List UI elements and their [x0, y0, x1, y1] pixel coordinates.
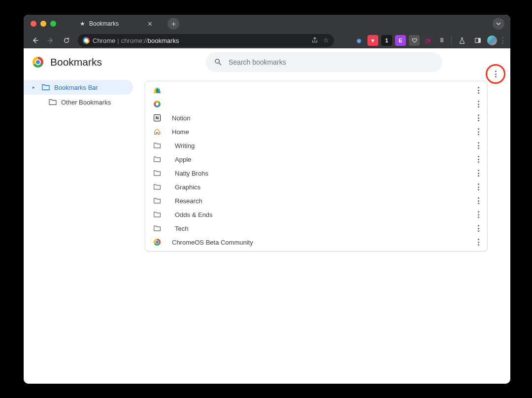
minimize-window-button[interactable]	[40, 21, 46, 27]
toolbar: Chrome | chrome://bookmarks ☆ ◉▾1E🛡◔⠿	[24, 33, 510, 48]
bookmark-folder[interactable]: Odds & Ends	[145, 208, 487, 221]
bookmark-folder[interactable]: Apple	[145, 152, 487, 166]
sidepanel-button[interactable]	[471, 34, 484, 47]
kebab-icon	[478, 197, 479, 204]
bookmark-item[interactable]: ChromeOS Beta Community	[145, 235, 487, 249]
bookmarks-list: NNotionHomeWritingAppleNatty BrohsGraphi…	[145, 81, 488, 252]
arrow-right-icon	[47, 36, 55, 44]
bookmark-item[interactable]: Home	[145, 125, 487, 139]
ext-globe[interactable]: ◉	[354, 35, 365, 46]
kebab-icon	[478, 114, 479, 121]
bookmark-more-button[interactable]	[475, 168, 482, 179]
ext-pocket[interactable]: ▾	[367, 35, 378, 46]
kebab-icon	[478, 225, 479, 232]
folder-icon	[153, 197, 161, 204]
bookmark-label: Graphics	[175, 183, 475, 191]
bookmark-label: ChromeOS Beta Community	[172, 239, 475, 246]
back-button[interactable]	[29, 34, 41, 47]
svg-rect-1	[478, 38, 480, 43]
bookmark-more-button[interactable]	[475, 126, 482, 137]
ext-misc1[interactable]: ◔	[423, 35, 433, 46]
bookmark-folder[interactable]: Graphics	[145, 180, 487, 194]
bookmark-more-button[interactable]	[475, 237, 482, 248]
folder-icon	[153, 183, 161, 190]
url-protocol: Chrome	[93, 37, 115, 44]
bookmark-label: Odds & Ends	[175, 211, 475, 218]
sidebar-item-other-bookmarks[interactable]: Other Bookmarks	[24, 95, 133, 109]
url-path: chrome://	[121, 37, 148, 44]
sidebar: ▸Bookmarks BarOther Bookmarks	[24, 76, 145, 384]
chrome-menu-button[interactable]	[500, 37, 505, 44]
kebab-icon	[478, 183, 479, 190]
folder-icon	[153, 169, 161, 177]
sidebar-item-bookmarks-bar[interactable]: ▸Bookmarks Bar	[24, 80, 133, 95]
close-window-button[interactable]	[31, 21, 36, 27]
extensions-area: ◉▾1E🛡◔⠿	[354, 35, 447, 46]
bookmark-more-button[interactable]	[475, 181, 482, 192]
search-input[interactable]	[229, 58, 434, 66]
share-icon[interactable]	[311, 36, 318, 45]
kebab-icon	[478, 170, 479, 177]
browser-tab[interactable]: ★ Bookmarks ✕	[74, 15, 159, 33]
chrome-icon	[83, 37, 90, 44]
kebab-icon	[478, 101, 479, 108]
reload-icon	[63, 37, 70, 44]
bookmark-label: Writing	[175, 142, 475, 149]
new-tab-button[interactable]: ＋	[167, 18, 179, 30]
close-tab-button[interactable]: ✕	[147, 20, 153, 28]
organize-menu-button[interactable]	[487, 65, 504, 83]
forward-button[interactable]	[44, 34, 57, 47]
page-content: Bookmarks ▸Bookmarks BarOther Bookmarks …	[24, 48, 510, 384]
bookmark-more-button[interactable]	[475, 112, 482, 123]
bookmark-star-icon[interactable]: ☆	[323, 36, 329, 45]
folder-icon	[153, 224, 161, 232]
ext-epub[interactable]: E	[395, 35, 406, 46]
home-icon	[153, 128, 161, 136]
url-page: bookmarks	[148, 37, 179, 44]
bookmark-more-button[interactable]	[475, 140, 482, 151]
ext-onepass[interactable]: 1	[381, 35, 392, 46]
labs-button[interactable]	[456, 34, 468, 47]
search-bookmarks-field[interactable]	[206, 52, 442, 72]
folder-icon	[153, 211, 161, 218]
bookmark-item[interactable]	[145, 97, 487, 111]
folder-icon	[153, 211, 161, 218]
bookmark-label: Home	[172, 128, 475, 136]
bookmark-folder[interactable]: Tech	[145, 221, 487, 235]
bookmark-folder[interactable]: Natty Brohs	[145, 166, 487, 180]
tabs-dropdown-button[interactable]	[493, 18, 504, 30]
folder-icon	[41, 84, 50, 91]
search-icon	[214, 58, 223, 67]
ext-ublock[interactable]: 🛡	[409, 35, 420, 46]
kebab-icon	[478, 211, 479, 218]
folder-icon	[153, 142, 161, 149]
chrome-icon	[153, 238, 161, 246]
bookmark-more-button[interactable]	[475, 154, 482, 165]
bookmark-more-button[interactable]	[475, 209, 482, 220]
folder-icon	[48, 99, 57, 106]
folder-icon	[153, 183, 161, 191]
bookmark-more-button[interactable]	[475, 99, 482, 109]
bookmark-label: Research	[175, 197, 475, 205]
bookmark-item[interactable]: NNotion	[145, 111, 487, 125]
reload-button[interactable]	[60, 34, 73, 47]
bookmark-folder[interactable]: Research	[145, 194, 487, 208]
flask-icon	[459, 37, 466, 44]
bookmark-item[interactable]	[145, 83, 487, 97]
bookmark-more-button[interactable]	[475, 195, 482, 206]
profile-avatar[interactable]	[487, 36, 497, 45]
address-bar[interactable]: Chrome | chrome://bookmarks ☆	[78, 34, 334, 47]
kebab-icon	[478, 142, 479, 149]
sidebar-item-label: Bookmarks Bar	[54, 84, 98, 91]
bookmark-folder[interactable]: Writing	[145, 139, 487, 152]
bookmark-label: Natty Brohs	[175, 170, 475, 177]
browser-window: ★ Bookmarks ✕ ＋ Chrome | chrome://bookma…	[24, 15, 510, 384]
toolbar-divider	[451, 36, 452, 45]
bookmark-more-button[interactable]	[475, 85, 482, 96]
sidebar-item-label: Other Bookmarks	[61, 99, 111, 106]
bookmark-more-button[interactable]	[475, 223, 482, 234]
notion-icon: N	[153, 114, 161, 122]
panel-icon	[474, 37, 481, 44]
ext-puzzle[interactable]: ⠿	[436, 35, 447, 46]
maximize-window-button[interactable]	[50, 21, 56, 27]
